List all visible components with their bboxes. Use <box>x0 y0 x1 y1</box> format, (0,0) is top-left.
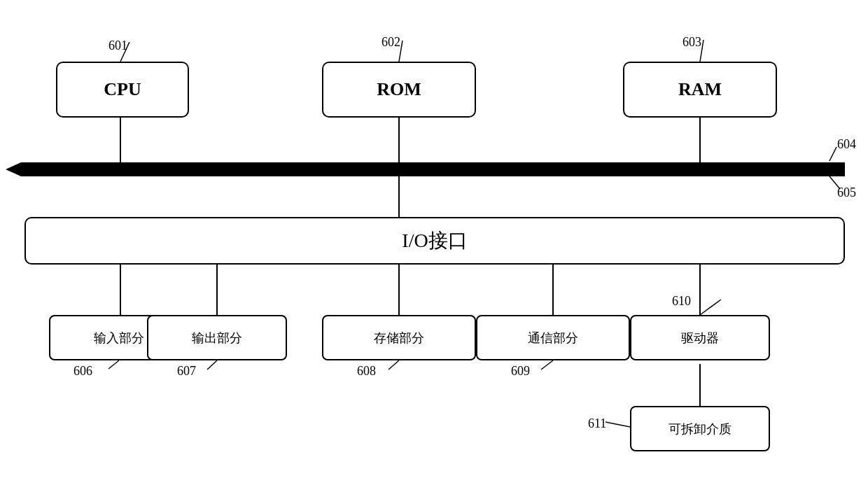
input-label: 输入部分 <box>94 330 144 346</box>
rom-box: ROM <box>322 62 476 118</box>
removable-label: 可拆卸介质 <box>668 421 732 437</box>
cpu-ref: 601 <box>108 38 127 53</box>
comm-ref: 609 <box>511 364 530 379</box>
diagram: CPU 601 ROM 602 RAM 603 604 605 I/O接口 输入… <box>0 0 868 499</box>
removable-ref: 611 <box>588 416 606 431</box>
ref604-line <box>830 147 836 161</box>
bus-ref-604: 604 <box>837 137 856 152</box>
rom-ref: 602 <box>382 35 400 50</box>
comm-label: 通信部分 <box>528 330 578 346</box>
driver-label: 驱动器 <box>681 330 719 346</box>
ram-box: RAM <box>623 62 777 118</box>
io-interface-label: I/O接口 <box>402 227 467 254</box>
rom-label: ROM <box>377 79 421 100</box>
output-box: 输出部分 <box>147 315 287 360</box>
driver-ref: 610 <box>672 294 691 309</box>
storage-label: 存储部分 <box>374 330 424 346</box>
io-interface-box: I/O接口 <box>24 217 845 265</box>
bus-left-arrow <box>6 162 21 176</box>
removable-box: 可拆卸介质 <box>630 406 770 451</box>
storage-box: 存储部分 <box>322 315 476 360</box>
ram-ref: 603 <box>682 35 701 50</box>
cpu-box: CPU <box>56 62 189 118</box>
output-ref: 607 <box>177 364 196 379</box>
driver-box: 驱动器 <box>630 315 770 360</box>
output-label: 输出部分 <box>192 330 242 346</box>
ram-label: RAM <box>678 79 722 100</box>
bus-ref-605: 605 <box>837 185 856 200</box>
comm-box: 通信部分 <box>476 315 630 360</box>
bus-bar <box>21 162 845 176</box>
cpu-label: CPU <box>104 79 141 100</box>
storage-ref: 608 <box>357 364 376 379</box>
input-ref: 606 <box>74 364 92 379</box>
